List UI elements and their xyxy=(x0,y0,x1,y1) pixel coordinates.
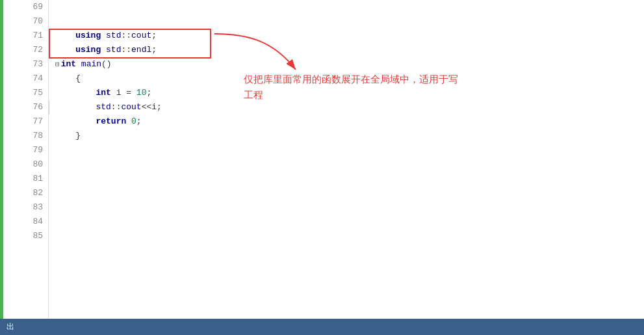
token-plain: } xyxy=(55,129,81,143)
code-line xyxy=(55,0,644,14)
token-kw: using xyxy=(75,29,101,43)
token-num: 0 xyxy=(131,114,136,129)
code-line xyxy=(55,157,644,172)
token-fn: endl xyxy=(131,43,151,57)
token-plain xyxy=(101,43,106,57)
line-number: 83 xyxy=(23,200,43,215)
token-plain: ; xyxy=(136,114,142,129)
line-number: 69 xyxy=(23,0,43,14)
token-plain: :: xyxy=(121,43,131,57)
line-number: 77 xyxy=(23,114,43,129)
token-ns: std xyxy=(106,43,121,57)
token-plain: <<i; xyxy=(142,100,162,114)
status-bar: 出 xyxy=(0,319,644,335)
token-ns: std xyxy=(106,29,121,43)
token-plain xyxy=(55,100,96,114)
code-line: using std::endl; xyxy=(55,43,644,57)
token-plain xyxy=(55,114,96,129)
statusbar-text: 出 xyxy=(6,321,14,332)
token-fn: cout xyxy=(121,100,141,114)
line-number: 71 xyxy=(23,29,43,43)
code-line xyxy=(55,14,644,29)
line-number: 80 xyxy=(23,157,43,172)
line-numbers: 6970717273747576777879808182838485 xyxy=(3,0,49,319)
token-kw: int xyxy=(61,57,76,72)
code-line: std::cout<<i; xyxy=(55,100,644,114)
editor-container: 6970717273747576777879808182838485 仅把库里面… xyxy=(0,0,644,319)
token-plain: () xyxy=(101,57,112,72)
line-number: 78 xyxy=(23,129,43,143)
token-kw: int xyxy=(96,86,110,100)
code-lines: using std::cout; using std::endl;⊟int ma… xyxy=(55,0,644,243)
token-plain: :: xyxy=(111,100,122,114)
token-plain xyxy=(55,86,96,100)
code-line xyxy=(55,143,644,157)
fold-icon[interactable]: ⊟ xyxy=(55,57,60,72)
token-kw: using xyxy=(75,43,101,57)
token-plain xyxy=(76,57,81,72)
line-number: 81 xyxy=(23,172,43,186)
line-number: 85 xyxy=(23,229,43,243)
token-plain: ; xyxy=(151,43,157,57)
line-number: 75 xyxy=(23,86,43,100)
code-line xyxy=(55,200,644,215)
token-num: 10 xyxy=(136,86,147,100)
token-plain: ; xyxy=(146,86,151,100)
code-line: return 0; xyxy=(55,114,644,129)
token-fn: cout xyxy=(131,29,151,43)
line-number: 72 xyxy=(23,43,43,57)
code-line: int i = 10; xyxy=(55,86,644,100)
token-plain: i = xyxy=(111,86,136,100)
token-plain: ; xyxy=(151,29,157,43)
token-plain: :: xyxy=(121,29,131,43)
token-fn: main xyxy=(81,57,101,72)
token-kw: return xyxy=(96,114,126,129)
line-number: 84 xyxy=(23,215,43,229)
code-line: ⊟int main() xyxy=(55,57,644,72)
token-ns: std xyxy=(96,100,110,114)
code-area: 仅把库里面常用的函数展开在全局域中，适用于写工程 using std::cout… xyxy=(49,0,644,319)
code-line xyxy=(55,229,644,243)
line-number: 74 xyxy=(23,72,43,86)
line-number: 73 xyxy=(23,57,43,72)
token-plain xyxy=(55,43,75,57)
line-number: 70 xyxy=(23,14,43,29)
line-number: 82 xyxy=(23,186,43,200)
code-line: using std::cout; xyxy=(55,29,644,43)
token-plain xyxy=(55,29,75,43)
line-number: 79 xyxy=(23,143,43,157)
token-plain xyxy=(101,29,106,43)
code-line xyxy=(55,172,644,186)
code-line: } xyxy=(55,129,644,143)
code-line: { xyxy=(55,72,644,86)
token-plain xyxy=(126,114,131,129)
code-line xyxy=(55,215,644,229)
code-line xyxy=(55,186,644,200)
token-plain: { xyxy=(55,72,81,86)
line-number: 76 xyxy=(23,100,43,114)
